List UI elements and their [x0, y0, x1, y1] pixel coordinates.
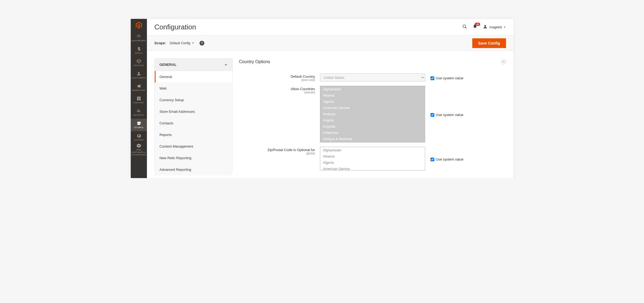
nav-content[interactable]: CONTENT — [131, 94, 147, 106]
user-icon — [483, 24, 488, 30]
config-item-currency[interactable]: Currency Setup — [155, 94, 232, 106]
config-nav: GENERAL General Web Currency Setup Store… — [154, 58, 233, 171]
svg-point-0 — [463, 25, 466, 28]
zip-optional-multiselect[interactable]: Afghanistan Albania Algeria American Sam… — [320, 147, 425, 171]
config-item-web[interactable]: Web — [155, 83, 232, 94]
config-group-general[interactable]: GENERAL — [155, 59, 232, 71]
scope-website: [website] — [239, 91, 315, 94]
notification-badge: 39 — [475, 23, 480, 26]
user-menu[interactable]: magebit ▼ — [483, 24, 506, 30]
section-country-options[interactable]: Country Options — [239, 58, 506, 69]
search-icon[interactable] — [462, 24, 467, 30]
scope-store-view: [store view] — [239, 79, 315, 81]
megaphone-icon — [136, 84, 141, 88]
nav-system[interactable]: SYSTEM — [131, 131, 147, 144]
box-icon — [136, 59, 141, 64]
label-zip-optional: Zip/Postal Code is Optional for — [239, 148, 315, 152]
nav-dashboard[interactable]: DASHBOARD — [131, 32, 147, 44]
store-icon — [136, 121, 141, 126]
save-config-button[interactable]: Save Config — [472, 38, 506, 48]
person-icon — [136, 71, 141, 76]
help-icon[interactable]: ? — [199, 41, 204, 46]
nav-marketing[interactable]: MARKETING — [131, 81, 147, 94]
scope-label: Scope: — [154, 41, 166, 45]
page-title: Configuration — [154, 23, 463, 31]
username: magebit — [489, 25, 502, 29]
chevron-up-icon — [224, 63, 228, 66]
caret-down-icon: ▼ — [504, 26, 506, 29]
nav-partners[interactable]: FIND PARTNERS & EXTENSIONS — [131, 144, 147, 156]
nav-catalog[interactable]: CATALOG — [131, 57, 147, 69]
config-item-reports[interactable]: Reports — [155, 129, 232, 141]
allow-countries-multiselect[interactable]: Afghanistan Albania Algeria American Sam… — [320, 86, 425, 142]
default-country-select[interactable]: United States — [320, 73, 425, 81]
gear-icon — [136, 133, 141, 138]
use-system-zip-optional[interactable] — [431, 158, 434, 161]
scope-selector[interactable]: Default Config ▼ — [170, 41, 194, 45]
label-default-country: Default Country — [239, 74, 315, 79]
use-system-default-country[interactable] — [431, 76, 434, 80]
nav-sales[interactable]: SALES — [131, 44, 147, 57]
notifications-button[interactable]: 39 — [473, 24, 477, 30]
bell-icon — [473, 26, 477, 30]
config-item-store-email[interactable]: Store Email Addresses — [155, 106, 232, 117]
puzzle-icon — [136, 143, 141, 148]
caret-down-icon: ▼ — [192, 42, 194, 44]
scope-global: [global] — [239, 152, 315, 155]
nav-stores[interactable]: STORES — [131, 119, 147, 131]
config-item-adv-reporting[interactable]: Advanced Reporting — [155, 164, 232, 175]
nav-customers[interactable]: CUSTOMERS — [131, 69, 147, 81]
collapse-icon — [501, 59, 506, 64]
use-system-allow-countries[interactable] — [431, 113, 434, 117]
layout-icon — [136, 96, 141, 101]
dollar-icon — [136, 46, 141, 51]
svg-line-1 — [466, 27, 467, 29]
bars-icon — [136, 108, 141, 113]
gauge-icon — [136, 34, 141, 39]
config-item-general[interactable]: General — [155, 71, 232, 83]
magento-logo[interactable] — [131, 19, 147, 32]
nav-reports[interactable]: REPORTS — [131, 106, 147, 119]
label-allow-countries: Allow Countries — [239, 87, 315, 91]
config-item-contacts[interactable]: Contacts — [155, 117, 232, 129]
config-item-new-relic[interactable]: New Relic Reporting — [155, 152, 232, 164]
config-item-content-mgmt[interactable]: Content Management — [155, 141, 232, 152]
